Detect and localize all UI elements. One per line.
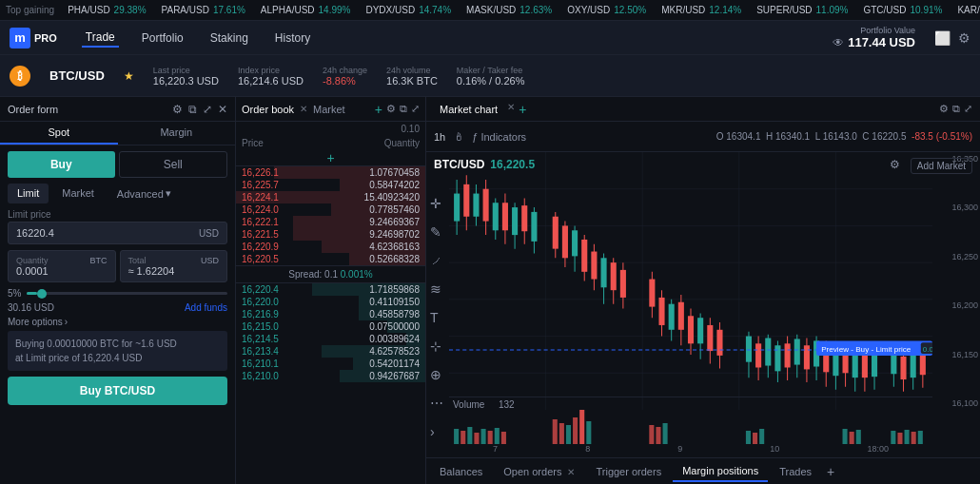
ticker-mask[interactable]: MASK/USD 12.63% [459,5,559,15]
draw-tool-icon[interactable]: ✎ [430,224,443,240]
nav-portfolio[interactable]: Portfolio [138,29,187,47]
ob-ask-row[interactable]: 16,222.19.24669367 [236,216,425,228]
ob-expand-icon[interactable]: ⤢ [411,103,420,115]
chart-copy-icon[interactable]: ⧉ [952,103,960,115]
trend-line-icon[interactable]: ⟋ [430,253,443,268]
advanced-tab[interactable]: Advanced ▾ [108,184,181,203]
spot-tab[interactable]: Spot [0,122,118,145]
advanced-label: Advanced [117,188,164,200]
add-market-button[interactable]: Add Market [911,158,972,174]
svg-rect-45 [649,280,655,307]
total-label: Total [128,256,147,265]
limit-tab[interactable]: Limit [8,184,49,203]
open-orders-tab[interactable]: Open orders ✕ [494,462,584,481]
ticker-oxy[interactable]: OXY/USD 12.50% [559,5,654,15]
ob-add-row[interactable]: + [236,150,425,166]
market-chart-close[interactable]: ✕ [507,102,515,117]
ob-bid-row[interactable]: 16,213.44.62578523 [236,345,425,358]
ob-bid-row[interactable]: 16,210.00.94267687 [236,370,425,382]
trades-tab[interactable]: Trades [770,462,821,481]
market-tab[interactable]: Market [313,104,345,115]
candlestick-type-icon[interactable]: 🕯 [453,130,464,144]
ticker-super[interactable]: SUPER/USD 11.09% [749,5,855,15]
ob-ask-row[interactable]: 16,225.70.58474202 [236,179,425,191]
sell-button[interactable]: Sell [119,151,228,178]
more-options-button[interactable]: More options › [8,317,227,327]
ticker-alpha[interactable]: ALPHA/USD 14.99% [253,5,359,15]
favorite-star[interactable]: ★ [124,69,134,83]
indicators-button[interactable]: ƒ Indicators [472,131,526,143]
trigger-orders-tab[interactable]: Trigger orders [586,462,671,481]
quantity-box[interactable]: Quantity BTC 0.0001 [8,250,116,282]
order-type-tabs: Limit Market Advanced ▾ [8,184,227,203]
ob-settings-icon[interactable]: ⚙ [386,103,396,115]
margin-positions-tab[interactable]: Margin positions [673,461,768,482]
ob-ask-row[interactable]: 16,220.94.62368163 [236,241,425,253]
ticker-para[interactable]: PARA/USD 17.61% [154,5,253,15]
margin-tab[interactable]: Margin [118,122,236,145]
ob-close-icon[interactable]: ✕ [300,104,307,115]
total-currency: USD [201,256,219,265]
ob-bid-row[interactable]: 16,216.90.45858798 [236,308,425,320]
ob-copy-icon[interactable]: ⧉ [400,103,407,115]
ticker-pha[interactable]: PHA/USD 29.38% [60,5,153,15]
open-orders-close[interactable]: ✕ [567,467,575,477]
ticker-label: Top gaining [0,5,60,15]
ob-ask-row[interactable]: 16,226.11.07670458 [236,166,425,179]
gear-icon[interactable]: ⚙ [172,103,183,116]
balances-tab[interactable]: Balances [430,462,492,481]
copy-icon[interactable]: ⧉ [188,103,197,116]
quantity-slider[interactable] [27,292,227,295]
ticker-mkr[interactable]: MKR/USD 12.14% [654,5,749,15]
ob-bid-row[interactable]: 16,214.50.00389624 [236,333,425,345]
monitor-icon[interactable]: ⬜ [934,30,951,46]
chart-settings-icon[interactable]: ⚙ [939,103,949,115]
qty-total-row: Quantity BTC 0.0001 Total USD ≈ 1.62204 [8,250,227,282]
timeframe-selector[interactable]: 1h [434,131,445,143]
ob-bid-row[interactable]: 16,215.00.07500000 [236,320,425,333]
orderbook-tab[interactable]: Order book [242,104,294,115]
submit-order-button[interactable]: Buy BTC/USD [8,377,227,405]
ob-bid-row[interactable]: 16,220.41.71859868 [236,283,425,296]
svg-rect-29 [553,217,559,249]
market-tab[interactable]: Market [52,184,104,203]
nav-history[interactable]: History [271,29,314,47]
ob-ask-row[interactable]: 16,220.50.52668328 [236,253,425,265]
text-tool-icon[interactable]: T [430,310,443,325]
ticker-dydx[interactable]: DYDX/USD 14.74% [358,5,459,15]
chevron-right-chart[interactable]: › [430,424,443,439]
crosshair-icon[interactable]: ✛ [430,196,443,211]
add-funds-button[interactable]: Add funds [185,302,227,313]
fibonacci-icon[interactable]: ≋ [430,281,443,297]
eye-icon[interactable]: 👁 [833,36,844,49]
more-tools-icon[interactable]: ⋯ [430,396,443,411]
settings-icon[interactable]: ⚙ [958,30,970,46]
add-tab-button[interactable]: + [823,464,838,479]
slider-pct: 5% [8,288,21,299]
indicators-icon: ƒ [472,131,478,143]
ob-ask-row[interactable]: 16,224.115.40923420 [236,191,425,203]
ob-col-header: Price Quantity [236,136,425,150]
instrument-name[interactable]: BTC/USD [49,68,105,83]
ticker-kar[interactable]: KAR/USD 10.91% [950,5,980,15]
zoom-tool-icon[interactable]: ⊕ [430,367,443,382]
nav-trade[interactable]: Trade [82,29,119,48]
ob-ask-row[interactable]: 16,221.59.24698702 [236,228,425,241]
ob-bid-row[interactable]: 16,220.00.41109150 [236,296,425,308]
chart-expand-icon[interactable]: ⤢ [964,103,972,115]
ob-ask-row[interactable]: 16,224.00.77857460 [236,203,425,216]
ob-add-icon[interactable]: + [375,102,382,117]
ob-bid-row[interactable]: 16,210.10.54201174 [236,358,425,370]
buy-button[interactable]: Buy [8,151,115,178]
market-chart-tab[interactable]: Market chart [434,102,503,117]
svg-rect-126 [905,430,910,444]
nav-staking[interactable]: Staking [206,29,252,47]
close-icon[interactable]: ✕ [218,103,227,116]
svg-rect-87 [872,352,877,377]
chart-gear-icon[interactable]: ⚙ [890,158,900,171]
measure-tool-icon[interactable]: ⊹ [430,339,443,354]
expand-icon[interactable]: ⤢ [203,103,212,116]
ticker-gtc[interactable]: GTC/USD 10.91% [855,5,950,15]
add-chart-tab[interactable]: + [519,102,526,117]
limit-price-input[interactable] [16,227,199,239]
